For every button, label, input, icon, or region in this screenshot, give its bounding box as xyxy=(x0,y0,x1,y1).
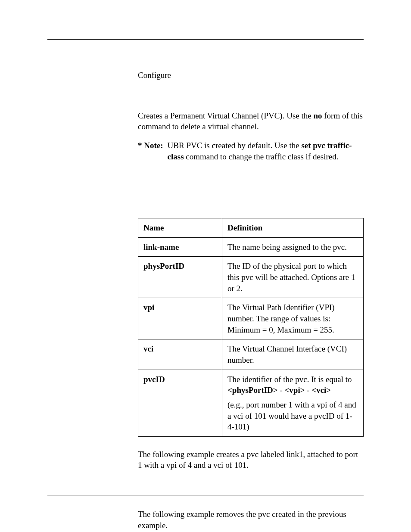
table-header-row: Name Definition xyxy=(138,218,364,238)
cell-name: physPortID xyxy=(138,257,222,298)
pvcid-b1: <physPortID> xyxy=(227,386,278,395)
note-post: command to change the traffic class if d… xyxy=(184,152,339,161)
example1-paragraph: The following example creates a pvc labe… xyxy=(138,449,364,471)
pvcid-m1: - xyxy=(278,386,285,395)
cell-def: The Virtual Path Identifier (VPI) number… xyxy=(222,298,364,339)
cell-def: The ID of the physical port to which thi… xyxy=(222,257,364,298)
cell-def: The name being assigned to the pvc. xyxy=(222,237,364,257)
intro-paragraph: Creates a Permanent Virtual Channel (PVC… xyxy=(138,110,364,132)
cell-def: The identifier of the pvc. It is equal t… xyxy=(222,370,364,436)
note-label: * Note: xyxy=(138,140,163,162)
table-row: vpi The Virtual Path Identifier (VPI) nu… xyxy=(138,298,364,339)
pvcid-b3: <vci> xyxy=(311,386,331,395)
cell-name: vci xyxy=(138,339,222,370)
note-pre: UBR PVC is created by default. Use the xyxy=(168,141,302,150)
cell-name: link-name xyxy=(138,237,222,257)
content-column: Configure Creates a Permanent Virtual Ch… xyxy=(138,70,364,531)
header-name: Name xyxy=(138,218,222,238)
note-block: * Note: UBR PVC is created by default. U… xyxy=(138,140,364,162)
table-row: physPortID The ID of the physical port t… xyxy=(138,257,364,298)
table-row: vci The Virtual Channel Interface (VCI) … xyxy=(138,339,364,370)
top-rule xyxy=(47,39,364,40)
table-row: link-name The name being assigned to the… xyxy=(138,237,364,257)
document-page: Configure Creates a Permanent Virtual Ch… xyxy=(0,0,411,532)
pvcid-pre: The identifier of the pvc. It is equal t… xyxy=(227,375,352,384)
mode-label: Configure xyxy=(138,70,364,81)
note-text: UBR PVC is created by default. Use the s… xyxy=(168,140,364,162)
intro-pre: Creates a Permanent Virtual Channel (PVC… xyxy=(138,111,313,120)
bottom-rule xyxy=(47,495,364,495)
cell-def: The Virtual Channel Interface (VCI) numb… xyxy=(222,339,364,370)
pvcid-line2: (e.g., port number 1 with a vpi of 4 and… xyxy=(227,399,358,432)
intro-bold-no: no xyxy=(313,111,322,120)
header-definition: Definition xyxy=(222,218,364,238)
pvcid-line1: The identifier of the pvc. It is equal t… xyxy=(227,374,358,396)
table-row: pvcID The identifier of the pvc. It is e… xyxy=(138,370,364,436)
pvcid-b2: <vpi> xyxy=(285,386,305,395)
cell-name: vpi xyxy=(138,298,222,339)
example2-paragraph: The following example removes the pvc cr… xyxy=(138,509,364,531)
pvcid-m2: - xyxy=(305,386,312,395)
cell-name: pvcID xyxy=(138,370,222,436)
parameters-table: Name Definition link-name The name being… xyxy=(138,218,364,437)
